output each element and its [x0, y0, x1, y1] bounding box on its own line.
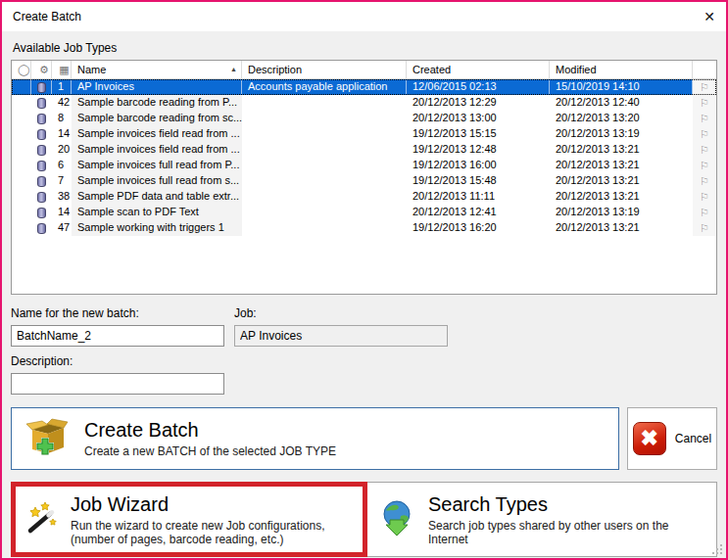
column-header-flag[interactable] — [693, 61, 716, 78]
job-input — [234, 325, 448, 347]
column-header-id[interactable]: ▦ — [52, 61, 72, 78]
row-flag-cell[interactable]: ⚐ — [693, 126, 716, 142]
resize-grip[interactable] — [712, 544, 722, 554]
row-name-cell: Sample PDF data and table extr... — [72, 189, 242, 205]
row-created-cell: 20/12/2013 12:29 — [407, 95, 550, 111]
flag-icon: ⚐ — [700, 129, 709, 140]
row-type-cell — [31, 220, 52, 236]
create-batch-title: Create Batch — [84, 419, 336, 442]
row-modified-cell: 15/10/2019 14:10 — [550, 79, 693, 95]
search-types-button[interactable]: Search Types Search job types shared by … — [367, 482, 717, 557]
row-name-cell: Sample working with triggers 1 — [72, 220, 242, 236]
dialog-body: Available Job Types ◯ ⚙ ▦ Name ▲ Descrip… — [2, 31, 726, 557]
row-id-cell: 14 — [52, 205, 72, 220]
row-modified-cell: 20/12/2013 13:20 — [550, 111, 693, 126]
cancel-x-icon: ✖ — [633, 422, 666, 455]
row-flag-cell[interactable]: ⚐ — [693, 220, 716, 236]
row-created-cell: 20/12/2013 13:00 — [407, 111, 550, 126]
job-wizard-button[interactable]: Job Wizard Run the wizard to create new … — [11, 482, 367, 557]
row-description-cell — [242, 220, 407, 236]
row-state-cell — [12, 111, 31, 126]
description-label: Description: — [11, 354, 717, 368]
row-description-cell — [242, 205, 407, 220]
column-header-modified[interactable]: Modified — [550, 61, 693, 78]
cancel-button[interactable]: ✖ Cancel — [627, 407, 717, 470]
database-icon — [37, 98, 46, 109]
table-row[interactable]: 8 Sample barcode reading from sc... 20/1… — [12, 111, 716, 126]
table-row[interactable]: 47 Sample working with triggers 1 19/12/… — [12, 220, 716, 236]
column-header-name[interactable]: Name ▲ — [72, 61, 242, 78]
column-header-state[interactable]: ◯ — [12, 61, 31, 78]
create-batch-button[interactable]: Create Batch Create a new BATCH of the s… — [11, 407, 619, 470]
row-modified-cell: 20/12/2013 13:21 — [550, 142, 693, 158]
flag-icon: ⚐ — [700, 192, 709, 203]
row-type-cell — [31, 79, 52, 95]
table-row[interactable]: 14 Sample scan to PDF Text 20/12/2013 12… — [12, 205, 716, 220]
row-description-cell: Accounts payable application — [242, 79, 407, 95]
row-name-cell: Sample barcode reading from P... — [72, 95, 242, 111]
batch-name-label: Name for the new batch: — [11, 306, 224, 320]
column-header-type[interactable]: ⚙ — [31, 61, 52, 78]
row-type-cell — [31, 95, 52, 111]
search-types-title: Search Types — [428, 493, 706, 516]
column-header-description[interactable]: Description — [242, 61, 407, 78]
row-type-cell — [31, 189, 52, 205]
flag-icon: ⚐ — [700, 82, 709, 93]
database-icon — [37, 176, 46, 187]
row-flag-cell[interactable]: ⚐ — [693, 189, 716, 205]
table-row[interactable]: 42 Sample barcode reading from P... 20/1… — [12, 95, 716, 111]
row-id-cell: 14 — [52, 126, 72, 142]
table-row[interactable]: 6 Sample invoices full read from P... 19… — [12, 158, 716, 173]
circle-icon: ◯ — [18, 65, 29, 75]
close-icon[interactable]: ✕ — [693, 2, 726, 31]
group-label: Available Job Types — [13, 41, 717, 55]
row-flag-cell[interactable]: ⚐ — [693, 79, 716, 95]
row-description-cell — [242, 111, 407, 126]
row-name-cell: Sample invoices full read from s... — [72, 173, 242, 189]
job-types-table: ◯ ⚙ ▦ Name ▲ Description Created Modifie… — [11, 60, 717, 295]
table-body: 1 AP Invoices Accounts payable applicati… — [12, 79, 716, 236]
row-modified-cell: 20/12/2013 13:21 — [550, 220, 693, 236]
table-row[interactable]: 1 AP Invoices Accounts payable applicati… — [12, 79, 716, 95]
row-created-cell: 12/06/2015 02:13 — [407, 79, 550, 95]
column-header-created[interactable]: Created — [407, 61, 550, 78]
row-flag-cell[interactable]: ⚐ — [693, 95, 716, 111]
row-created-cell: 19/12/2013 15:15 — [407, 126, 550, 142]
sort-ascending-icon: ▲ — [230, 61, 237, 78]
table-row[interactable]: 38 Sample PDF data and table extr... 20/… — [12, 189, 716, 205]
row-flag-cell[interactable]: ⚐ — [693, 205, 716, 220]
wand-icon — [24, 499, 61, 540]
search-types-subtitle: Search job types shared by other users o… — [428, 519, 706, 546]
globe-download-icon — [377, 498, 416, 541]
row-id-cell: 1 — [52, 79, 72, 95]
row-flag-cell[interactable]: ⚐ — [693, 142, 716, 158]
database-icon — [37, 145, 46, 156]
cancel-label: Cancel — [675, 432, 711, 445]
row-id-cell: 20 — [52, 142, 72, 158]
title-bar: Create Batch ✕ — [2, 2, 726, 31]
table-header: ◯ ⚙ ▦ Name ▲ Description Created Modifie… — [12, 61, 716, 79]
create-batch-dialog: Create Batch ✕ Available Job Types ◯ ⚙ ▦… — [0, 0, 728, 560]
box-add-icon — [24, 413, 71, 464]
row-flag-cell[interactable]: ⚐ — [693, 158, 716, 173]
table-row[interactable]: 7 Sample invoices full read from s... 19… — [12, 173, 716, 189]
row-type-cell — [31, 126, 52, 142]
row-modified-cell: 20/12/2013 13:19 — [550, 126, 693, 142]
table-row[interactable]: 14 Sample invoices field read from ... 1… — [12, 126, 716, 142]
row-flag-cell[interactable]: ⚐ — [693, 111, 716, 126]
row-id-cell: 42 — [52, 95, 72, 111]
job-wizard-title: Job Wizard — [71, 493, 345, 516]
row-created-cell: 19/12/2013 16:00 — [407, 158, 550, 173]
flag-icon: ⚐ — [700, 114, 709, 124]
row-type-cell — [31, 173, 52, 189]
row-id-cell: 7 — [52, 173, 72, 189]
table-row[interactable]: 20 Sample invoices field read from ... 1… — [12, 142, 716, 158]
database-icon — [37, 82, 46, 93]
row-modified-cell: 20/12/2013 13:19 — [550, 205, 693, 220]
dialog-title: Create Batch — [13, 10, 81, 23]
grid-icon: ▦ — [59, 65, 69, 75]
batch-name-input[interactable] — [11, 325, 224, 347]
row-flag-cell[interactable]: ⚐ — [693, 173, 716, 189]
description-input[interactable] — [11, 373, 224, 395]
database-icon — [37, 161, 46, 171]
